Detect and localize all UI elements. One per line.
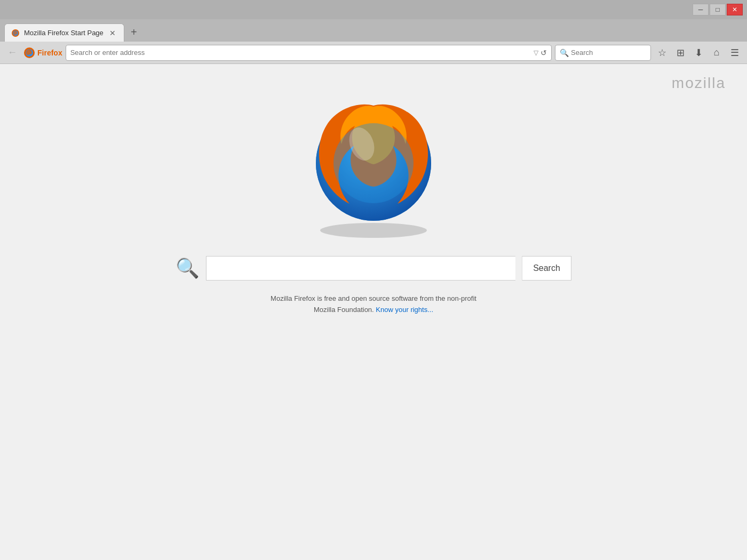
svg-point-7 — [333, 123, 414, 203]
tab-title: Mozilla Firefox Start Page — [24, 29, 104, 37]
titlebar: ─ □ ✕ — [0, 0, 747, 19]
bookmark-star-button[interactable]: ☆ — [654, 45, 670, 61]
know-your-rights-link[interactable]: Know your rights... — [376, 306, 433, 314]
tabbar: Mozilla Firefox Start Page ✕ + — [0, 19, 747, 42]
mozilla-brand: mozilla — [672, 75, 726, 92]
window-controls: ─ □ ✕ — [693, 4, 743, 15]
info-text-line2: Mozilla Foundation. — [314, 306, 374, 314]
dropdown-icon[interactable]: ▽ — [534, 49, 538, 57]
address-input[interactable] — [70, 49, 531, 57]
firefox-logo-svg — [299, 91, 448, 240]
nav-search-icon: 🔍 — [560, 49, 569, 57]
firefox-home-button[interactable]: Firefox — [23, 47, 62, 59]
minimize-button[interactable]: ─ — [693, 4, 709, 15]
new-tab-button[interactable]: + — [126, 25, 141, 39]
menu-button[interactable]: ☰ — [727, 45, 743, 61]
tab-favicon-icon — [11, 29, 20, 37]
downloads-button[interactable]: ⬇ — [690, 45, 706, 61]
info-text-line1: Mozilla Firefox is free and open source … — [271, 294, 476, 302]
navbar: ← Firefox ▽ ↺ 🔍 ☆ ⊞ ⬇ ⌂ ☰ — [0, 42, 747, 64]
main-search-button[interactable]: Search — [522, 256, 571, 281]
nav-toolbar: ☆ ⊞ ⬇ ⌂ ☰ — [654, 45, 743, 61]
search-icon-large: 🔍 — [176, 257, 200, 279]
svg-point-4 — [320, 223, 427, 238]
main-search-input[interactable] — [206, 256, 515, 281]
main-content: mozilla 🔍 Sear — [0, 64, 747, 560]
nav-search-bar[interactable]: 🔍 — [555, 45, 651, 61]
nav-search-input[interactable] — [571, 49, 635, 57]
home-button[interactable]: ⌂ — [709, 45, 725, 61]
back-button[interactable]: ← — [4, 45, 20, 61]
reload-button[interactable]: ↺ — [541, 49, 547, 57]
info-text: Mozilla Firefox is free and open source … — [271, 293, 476, 316]
bookmarks-library-button[interactable]: ⊞ — [672, 45, 688, 61]
firefox-label: Firefox — [37, 49, 62, 57]
close-button[interactable]: ✕ — [727, 4, 743, 15]
tab-close-button[interactable]: ✕ — [108, 28, 117, 38]
maximize-button[interactable]: □ — [710, 4, 726, 15]
search-area: 🔍 Search — [176, 256, 571, 281]
firefox-icon — [23, 47, 35, 59]
address-bar[interactable]: ▽ ↺ — [66, 45, 552, 61]
active-tab[interactable]: Mozilla Firefox Start Page ✕ — [4, 23, 124, 42]
firefox-logo-large — [299, 91, 448, 240]
